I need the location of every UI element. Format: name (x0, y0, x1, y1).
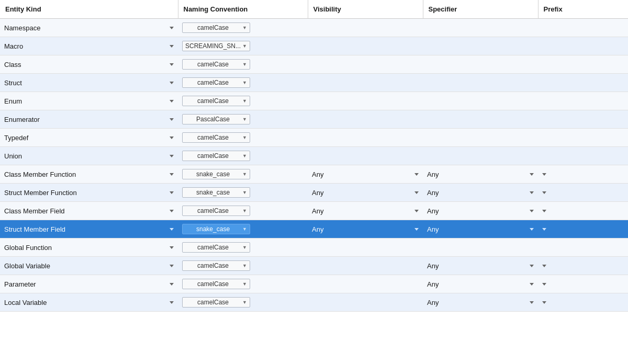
entity-kind-dropdown-arrow[interactable] (170, 173, 174, 176)
table-row[interactable]: Enum camelCase ▼ (0, 92, 628, 110)
table-row[interactable]: Global Function camelCase ▼ (0, 238, 628, 257)
cell-specifier: Any (423, 202, 538, 220)
main-table-container: Entity Kind Naming Convention Visibility… (0, 0, 628, 312)
entity-kind-dropdown-arrow[interactable] (170, 228, 174, 231)
specifier-dropdown-arrow[interactable] (530, 173, 534, 176)
entity-kind-dropdown-arrow[interactable] (170, 118, 174, 121)
prefix-dropdown-arrow[interactable] (542, 283, 546, 286)
entity-kind-dropdown-arrow[interactable] (170, 246, 174, 249)
cell-entity-kind: Struct (0, 74, 178, 92)
visibility-dropdown-arrow[interactable] (414, 191, 419, 194)
visibility-dropdown-arrow[interactable] (414, 173, 419, 176)
naming-convention-value: PascalCase (185, 116, 241, 123)
entity-kind-label: Class Member Function (4, 170, 167, 178)
entity-kind-dropdown-arrow[interactable] (170, 82, 174, 84)
cell-prefix (538, 165, 628, 184)
naming-convention-dropdown[interactable]: camelCase ▼ (182, 132, 250, 143)
cell-visibility (308, 257, 423, 275)
naming-convention-value: camelCase (185, 244, 241, 251)
naming-convention-dropdown[interactable]: camelCase ▼ (182, 260, 250, 271)
naming-convention-dropdown[interactable]: PascalCase ▼ (182, 114, 250, 124)
header-prefix: Prefix (538, 0, 628, 19)
table-row[interactable]: Global Variable camelCase ▼ Any (0, 257, 628, 275)
specifier-dropdown-arrow[interactable] (530, 210, 534, 212)
entity-kind-dropdown-arrow[interactable] (170, 191, 174, 194)
specifier-value: Any (427, 189, 528, 197)
entity-kind-dropdown-arrow[interactable] (170, 27, 174, 29)
cell-specifier (423, 19, 538, 37)
cell-visibility (308, 238, 423, 257)
naming-convention-dropdown[interactable]: camelCase ▼ (182, 206, 250, 216)
table-row[interactable]: Namespace camelCase ▼ (0, 19, 628, 37)
naming-convention-value: camelCase (185, 61, 241, 68)
naming-convention-dropdown[interactable]: camelCase ▼ (182, 151, 250, 161)
specifier-value: Any (427, 299, 528, 306)
naming-dropdown-chevron: ▼ (242, 300, 247, 305)
specifier-dropdown-arrow[interactable] (530, 301, 534, 304)
visibility-dropdown-arrow[interactable] (414, 210, 419, 212)
cell-naming-convention: camelCase ▼ (178, 74, 308, 92)
cell-specifier (423, 92, 538, 110)
naming-convention-dropdown[interactable]: camelCase ▼ (182, 96, 250, 106)
entity-kind-dropdown-arrow[interactable] (170, 136, 174, 139)
specifier-dropdown-arrow[interactable] (530, 283, 534, 286)
cell-naming-convention: camelCase ▼ (178, 293, 308, 312)
cell-entity-kind: Struct Member Field (0, 220, 178, 238)
naming-convention-dropdown[interactable]: camelCase ▼ (182, 22, 250, 33)
specifier-dropdown-arrow[interactable] (530, 191, 534, 194)
cell-prefix (538, 275, 628, 293)
prefix-dropdown-arrow[interactable] (542, 265, 546, 267)
specifier-dropdown-arrow[interactable] (530, 228, 534, 231)
naming-convention-dropdown[interactable]: camelCase ▼ (182, 77, 250, 88)
prefix-dropdown-arrow[interactable] (542, 301, 546, 304)
naming-convention-dropdown[interactable]: camelCase ▼ (182, 242, 250, 253)
naming-convention-dropdown[interactable]: camelCase ▼ (182, 279, 250, 289)
naming-convention-dropdown[interactable]: snake_case ▼ (182, 224, 250, 234)
table-row[interactable]: Typedef camelCase ▼ (0, 129, 628, 147)
table-row[interactable]: Struct Member Field snake_case ▼ Any Any (0, 220, 628, 238)
entity-kind-dropdown-arrow[interactable] (170, 63, 174, 66)
prefix-dropdown-arrow[interactable] (542, 173, 546, 176)
prefix-dropdown-arrow[interactable] (542, 210, 546, 212)
naming-dropdown-chevron: ▼ (242, 153, 247, 158)
table-row[interactable]: Class Member Function snake_case ▼ Any A… (0, 165, 628, 184)
cell-prefix (538, 37, 628, 55)
table-row[interactable]: Local Variable camelCase ▼ Any (0, 293, 628, 312)
entity-kind-label: Struct (4, 79, 167, 87)
entity-kind-dropdown-arrow[interactable] (170, 210, 174, 212)
entity-kind-dropdown-arrow[interactable] (170, 100, 174, 103)
entity-kind-dropdown-arrow[interactable] (170, 283, 174, 286)
cell-naming-convention: camelCase ▼ (178, 129, 308, 147)
visibility-value: Any (312, 170, 412, 178)
cell-specifier (423, 37, 538, 55)
table-row[interactable]: Class Member Field camelCase ▼ Any Any (0, 202, 628, 220)
naming-convention-dropdown[interactable]: snake_case ▼ (182, 187, 250, 198)
naming-convention-dropdown[interactable]: snake_case ▼ (182, 169, 250, 179)
cell-naming-convention: snake_case ▼ (178, 165, 308, 184)
table-row[interactable]: Enumerator PascalCase ▼ (0, 110, 628, 129)
entity-kind-dropdown-arrow[interactable] (170, 45, 174, 48)
entity-kind-dropdown-arrow[interactable] (170, 265, 174, 267)
table-row[interactable]: Class camelCase ▼ (0, 55, 628, 74)
cell-naming-convention: camelCase ▼ (178, 257, 308, 275)
visibility-dropdown-arrow[interactable] (414, 228, 419, 231)
cell-prefix (538, 202, 628, 220)
entity-kind-dropdown-arrow[interactable] (170, 155, 174, 157)
prefix-dropdown-arrow[interactable] (542, 191, 546, 194)
table-row[interactable]: Parameter camelCase ▼ Any (0, 275, 628, 293)
table-row[interactable]: Macro SCREAMING_SN... ▼ (0, 37, 628, 55)
cell-specifier (423, 147, 538, 165)
cell-prefix (538, 184, 628, 202)
table-row[interactable]: Struct camelCase ▼ (0, 74, 628, 92)
naming-convention-dropdown[interactable]: camelCase ▼ (182, 297, 250, 308)
specifier-dropdown-arrow[interactable] (530, 265, 534, 267)
specifier-value: Any (427, 280, 528, 288)
entity-kind-label: Typedef (4, 134, 167, 142)
naming-convention-dropdown[interactable]: SCREAMING_SN... ▼ (182, 41, 250, 51)
table-row[interactable]: Struct Member Function snake_case ▼ Any … (0, 184, 628, 202)
table-row[interactable]: Union camelCase ▼ (0, 147, 628, 165)
naming-convention-dropdown[interactable]: camelCase ▼ (182, 59, 250, 70)
prefix-dropdown-arrow[interactable] (542, 228, 546, 231)
cell-prefix (538, 147, 628, 165)
entity-kind-dropdown-arrow[interactable] (170, 301, 174, 304)
